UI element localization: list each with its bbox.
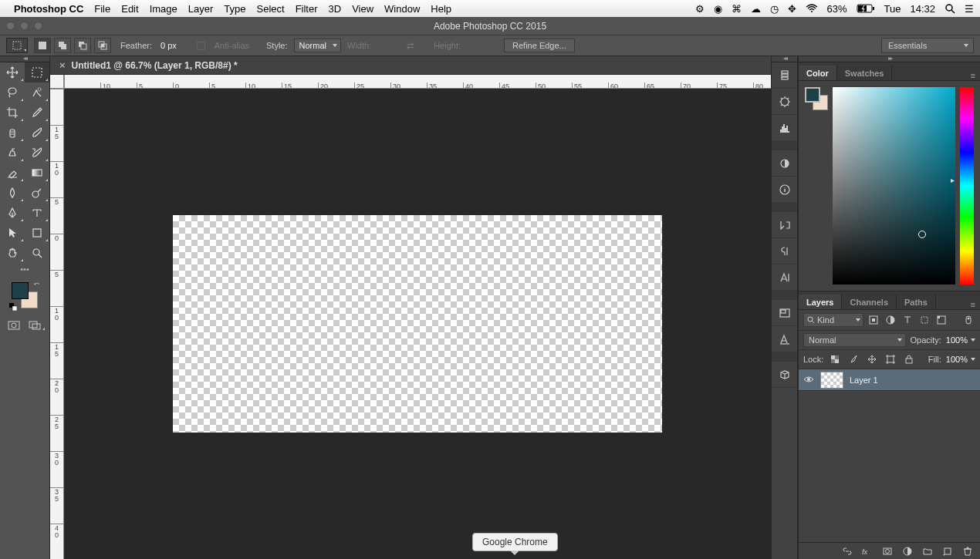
dodge-tool[interactable] [25,183,49,203]
edit-toolbar-button[interactable]: ••• [0,263,49,275]
refine-edge-button[interactable]: Refine Edge... [504,39,575,52]
eyedropper-tool[interactable] [25,103,49,123]
color-field-picker[interactable] [918,231,926,238]
panel-fg-color-swatch[interactable] [805,87,820,103]
swap-colors-icon[interactable]: ⤺ [34,280,40,288]
opacity-value[interactable]: 100% [946,335,975,345]
dock-collapse-handle[interactable] [772,56,797,62]
window-titlebar[interactable]: Adobe Photoshop CC 2015 [0,17,980,35]
layer-item[interactable]: Layer 1 [799,369,980,391]
swatches-tab[interactable]: Swatches [837,66,893,80]
fill-value[interactable]: 100% [946,355,975,364]
ruler-origin[interactable] [50,75,64,89]
layer-fx-icon[interactable]: fx [861,545,874,557]
filter-adjustment-icon[interactable] [884,313,897,327]
menu-help[interactable]: Help [431,3,451,15]
hue-picker[interactable] [957,178,977,184]
lock-all-icon[interactable] [902,352,916,366]
filter-toggle[interactable] [961,313,975,327]
type-tool[interactable] [25,203,49,223]
layer-list[interactable]: Layer 1 [799,369,980,542]
menubar-camera-icon[interactable]: ◉ [714,3,722,15]
menubar-clock-icon[interactable]: ◷ [770,3,779,15]
menu-file[interactable]: File [94,3,110,15]
tool-preset-picker[interactable] [6,38,28,53]
selection-subtract-button[interactable] [74,38,91,53]
color-field[interactable] [833,87,955,285]
hand-tool[interactable] [0,243,25,263]
layer-name-label[interactable]: Layer 1 [850,375,878,385]
menubar-cloud-icon[interactable]: ☁ [751,3,761,15]
glyphs-panel-icon[interactable] [772,326,797,352]
filter-smart-icon[interactable] [934,313,948,327]
delete-layer-icon[interactable] [961,545,974,557]
zoom-tool[interactable] [25,243,49,263]
menubar-notifications-icon[interactable]: ☰ [965,3,974,15]
menu-image[interactable]: Image [150,3,177,15]
channels-tab[interactable]: Channels [842,295,897,309]
layer-visibility-icon[interactable] [803,375,814,385]
app-menu[interactable]: Photoshop CC [14,3,83,15]
screen-mode-button[interactable] [27,318,44,332]
healing-tool[interactable] [0,123,25,143]
move-tool[interactable] [0,62,25,83]
history-panel-icon[interactable] [772,62,797,89]
eraser-tool[interactable] [0,163,25,183]
layer-thumbnail[interactable] [820,372,843,389]
canvas[interactable] [173,215,662,433]
menubar-extras-icon[interactable]: ⚙︎ [695,3,705,15]
3d-panel-icon[interactable] [772,362,797,388]
minimize-window-button[interactable] [20,22,29,30]
brush-tool[interactable] [25,123,49,143]
lock-pixels-icon[interactable] [847,352,860,366]
pen-tool[interactable] [0,203,25,223]
adjustment-layer-icon[interactable] [901,545,914,557]
selection-intersect-button[interactable] [94,38,111,53]
style-dropdown[interactable]: Normal [294,39,341,52]
menubar-spotlight-icon[interactable] [945,3,955,14]
clone-stamp-tool[interactable] [0,143,25,163]
menu-type[interactable]: Type [224,3,245,15]
link-layers-icon[interactable] [841,545,853,557]
brush-presets-panel-icon[interactable] [772,89,797,115]
menubar-drag-icon[interactable]: ✥ [788,3,796,15]
shape-tool[interactable] [25,223,49,243]
layer-mask-icon[interactable] [881,545,894,557]
paragraph-panel-icon[interactable] [772,238,797,264]
color-tab[interactable]: Color [799,66,837,80]
filter-shape-icon[interactable] [917,313,931,327]
quick-mask-button[interactable] [5,318,22,332]
zoom-window-button[interactable] [34,22,42,30]
hue-strip[interactable] [960,87,974,285]
crop-tool[interactable] [0,103,25,123]
menubar-time[interactable]: 14:32 [910,3,935,15]
lock-artboard-icon[interactable] [884,352,897,366]
foreground-color-swatch[interactable] [12,282,29,299]
blur-tool[interactable] [0,183,25,203]
panels-collapse-handle[interactable] [799,56,980,62]
filter-pixel-icon[interactable] [867,313,880,327]
menu-edit[interactable]: Edit [121,3,138,15]
lock-position-icon[interactable] [865,352,879,366]
blend-mode-dropdown[interactable]: Normal [803,333,906,347]
path-select-tool[interactable] [0,223,25,243]
layer-filter-kind[interactable]: Kind [803,313,863,327]
lock-transparency-icon[interactable] [828,352,842,366]
character-panel-icon[interactable] [772,264,797,291]
layers-tab[interactable]: Layers [799,295,842,309]
layers-panel-menu-icon[interactable]: ≡ [966,300,980,309]
marquee-tool[interactable] [25,62,49,83]
new-layer-icon[interactable] [941,545,954,557]
color-panel-menu-icon[interactable]: ≡ [966,71,980,80]
quick-select-tool[interactable] [25,83,49,103]
default-colors-icon[interactable] [9,303,17,311]
selection-add-button[interactable] [54,38,71,53]
ruler-vertical[interactable]: 15105051015202530354045 [50,89,64,559]
menubar-battery-icon[interactable] [857,4,875,13]
menubar-wifi-icon[interactable] [806,4,818,13]
history-brush-tool[interactable] [25,143,49,163]
menu-window[interactable]: Window [384,3,420,15]
layer-group-icon[interactable] [921,545,934,557]
menubar-cc-icon[interactable]: ⌘ [732,3,742,15]
close-tab-icon[interactable]: × [59,59,66,71]
